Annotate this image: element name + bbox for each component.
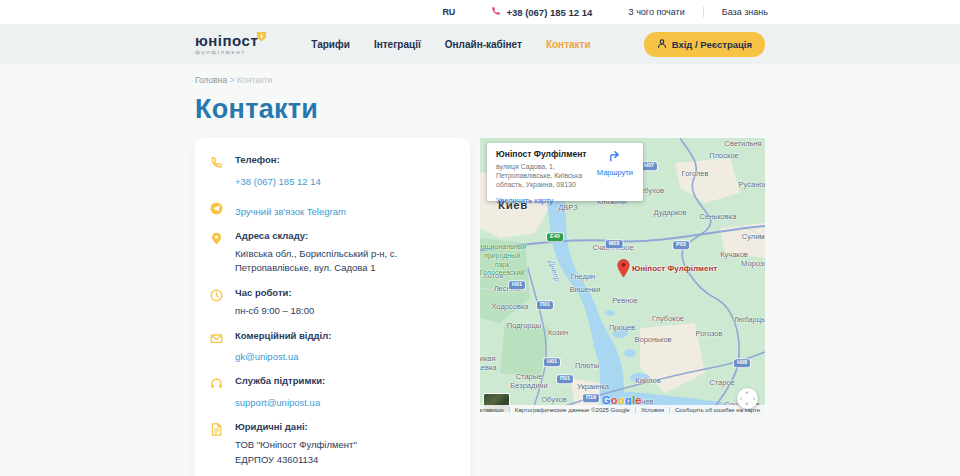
contact-item-address: Адреса складу: Київська обл., Бориспільс… bbox=[210, 230, 456, 276]
legal-company-name: ТОВ "Юніпост Фулфілмент" bbox=[235, 438, 456, 453]
enlarge-map-link[interactable]: Увеличить карту bbox=[496, 196, 553, 205]
support-email-link[interactable]: support@unipost.ua bbox=[235, 396, 320, 409]
contact-label: Юридичні дані: bbox=[235, 421, 456, 434]
breadcrumb-home[interactable]: Головна bbox=[195, 75, 227, 85]
map-label: Кучаков bbox=[720, 250, 748, 259]
logo-title: юніпост bbox=[195, 33, 258, 48]
map-info-window: Юніпост Фулфілмент вулиця Садова, 1, Пет… bbox=[487, 143, 643, 201]
map-label: Национальный природный парк "Голосеевски… bbox=[480, 243, 527, 278]
contact-label: Служба підтримки: bbox=[235, 375, 456, 388]
directions-label: Маршрути bbox=[597, 168, 633, 177]
map-label: Плюты bbox=[575, 361, 599, 370]
phone-icon bbox=[491, 6, 501, 18]
road-badge: Е40 bbox=[547, 233, 563, 241]
language-switcher[interactable]: RU bbox=[442, 7, 455, 17]
map-label: Гнедин bbox=[571, 272, 596, 281]
pan-left-icon: ‹ bbox=[740, 395, 742, 401]
map-label: Великая Бугаевка bbox=[480, 354, 497, 373]
pan-down-icon: ˅ bbox=[745, 401, 749, 407]
map-label: Глубокое bbox=[652, 314, 684, 323]
contact-item-legal: Юридичні дані: ТОВ "Юніпост Фулфілмент" … bbox=[210, 421, 456, 467]
map-label: Старые Безрадичи bbox=[510, 372, 547, 391]
topbar-link-knowledge-base[interactable]: База знань bbox=[722, 7, 768, 17]
map-label: Гоголев bbox=[682, 169, 709, 178]
map-marker-pin[interactable] bbox=[617, 259, 630, 282]
map-label: Дударков bbox=[654, 208, 687, 217]
contact-label: Комерційний відділ: bbox=[235, 330, 456, 343]
road-badge: М03 bbox=[606, 240, 623, 248]
map-label: Вороньков bbox=[634, 335, 671, 344]
map-label: Козин bbox=[548, 328, 568, 337]
map-attribution-item[interactable]: Быстрые клавиши bbox=[480, 407, 509, 413]
contact-item-telegram: Зручний зв'язок Telegram bbox=[210, 200, 456, 219]
map-label: Днепр bbox=[546, 259, 562, 283]
topbar-link-start[interactable]: З чого почати bbox=[628, 7, 685, 17]
map-attribution: Быстрые клавишиКартографические данные ©… bbox=[480, 405, 765, 415]
map-label: Ревное bbox=[612, 296, 637, 305]
nav-integrations[interactable]: Інтеграції bbox=[374, 39, 421, 50]
topbar-divider bbox=[703, 7, 704, 17]
login-button[interactable]: Вхід / Реєстрація bbox=[644, 32, 765, 57]
road-badge: Н01 bbox=[544, 358, 560, 366]
map-label: Украинка bbox=[577, 382, 609, 391]
map-label: Обухов bbox=[541, 395, 567, 404]
document-icon bbox=[210, 421, 224, 467]
pan-control[interactable]: ˄ ˅ ‹ › bbox=[737, 388, 758, 409]
shield-bolt-icon bbox=[256, 29, 267, 45]
map-label: Юніпост Фулфілмент bbox=[632, 264, 717, 274]
map-label: Кийлов bbox=[635, 376, 660, 385]
map-label: Процев bbox=[609, 323, 635, 332]
map-label: Рогозов bbox=[695, 329, 722, 338]
contact-item-commercial: Комерційний відділ: gk@unipost.ua bbox=[210, 330, 456, 365]
road-badge: Н01 bbox=[509, 281, 525, 289]
road-badge: П01 bbox=[557, 375, 573, 383]
header: юніпост фулфілмент Тарифи Інтеграції Онл… bbox=[0, 24, 960, 64]
map-label: Подгорцы bbox=[507, 321, 541, 330]
map-label: Морозовка bbox=[741, 259, 765, 268]
topbar: RU +38 (067) 185 12 14 З чого почати Баз… bbox=[0, 0, 960, 24]
map-label: Сеньковка bbox=[700, 212, 737, 221]
commercial-email-link[interactable]: gk@unipost.ua bbox=[235, 350, 299, 363]
contact-item-hours: Час роботи: пн-сб 9:00 – 18:00 bbox=[210, 287, 456, 319]
main-content: Головна > Контакти Контакти Телефон: +38… bbox=[195, 75, 765, 476]
logo[interactable]: юніпост фулфілмент bbox=[195, 33, 258, 55]
nav-tariffs[interactable]: Тарифи bbox=[311, 39, 350, 50]
road-badge: Н07 bbox=[641, 162, 657, 170]
info-window-title: Юніпост Фулфілмент bbox=[496, 149, 596, 159]
map-label: Хотов bbox=[483, 271, 503, 280]
location-pin-icon bbox=[210, 230, 224, 276]
road-badge: Р03 bbox=[673, 241, 689, 249]
logo-subtitle: фулфілмент bbox=[195, 49, 258, 55]
road-badge: П01 bbox=[537, 301, 553, 309]
contact-label: Телефон: bbox=[235, 154, 456, 167]
map-label: Любарцы bbox=[734, 315, 765, 324]
telegram-link[interactable]: Зручний зв'язок Telegram bbox=[235, 205, 346, 218]
user-icon bbox=[657, 38, 667, 51]
road-badge: Н08 bbox=[734, 359, 750, 367]
map-label: Вишенки bbox=[570, 285, 601, 294]
map-label: Плоское bbox=[709, 151, 738, 160]
google-map[interactable]: КиевДВРЗКняжичиСчастливоеСветильняПлоско… bbox=[480, 138, 765, 415]
warehouse-address: Київська обл., Бориспільський р-н, с. Пе… bbox=[235, 247, 456, 276]
topbar-phone-number: +38 (067) 185 12 14 bbox=[506, 7, 592, 18]
main-nav: Тарифи Інтеграції Онлайн-кабінет Контакт… bbox=[311, 39, 590, 50]
nav-online-cabinet[interactable]: Онлайн-кабінет bbox=[445, 39, 522, 50]
map-attribution-item: Картографические данные ©2025 Google bbox=[509, 407, 635, 413]
page-title: Контакти bbox=[195, 94, 765, 125]
directions-control[interactable]: Маршрути bbox=[597, 149, 633, 189]
contact-label: Адреса складу: bbox=[235, 230, 456, 243]
pan-up-icon: ˄ bbox=[745, 390, 749, 396]
map-label: Светильня bbox=[724, 139, 761, 148]
map-label: Русанов bbox=[739, 180, 765, 189]
mail-icon bbox=[210, 330, 224, 365]
map-attribution-item[interactable]: Условия bbox=[635, 407, 669, 413]
contact-item-support: Служба підтримки: support@unipost.ua bbox=[210, 375, 456, 410]
phone-link[interactable]: +38 (067) 185 12 14 bbox=[235, 175, 321, 188]
topbar-phone[interactable]: +38 (067) 185 12 14 bbox=[491, 6, 592, 18]
info-window-address: вулиця Садова, 1, Петропавлівське, Київс… bbox=[496, 162, 596, 189]
login-button-label: Вхід / Реєстрація bbox=[672, 39, 752, 50]
nav-contacts[interactable]: Контакти bbox=[546, 39, 591, 50]
headset-icon bbox=[210, 375, 224, 410]
legal-edrpou: ЕДРПОУ 43601134 bbox=[235, 453, 456, 468]
map-label: Ходосовка bbox=[491, 302, 528, 311]
